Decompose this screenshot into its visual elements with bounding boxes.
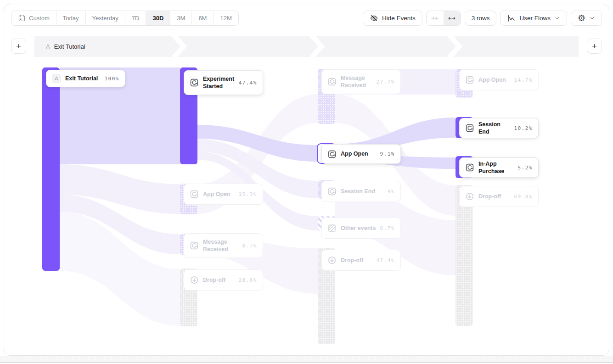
node-label: Experiment Started [203, 75, 234, 90]
node-percent: 47.4% [238, 80, 257, 86]
chevron-down-icon [554, 15, 560, 21]
node-label: Session End [478, 121, 510, 136]
node-label: Drop-off [478, 193, 510, 200]
date-range-30d[interactable]: 30D [146, 11, 170, 25]
flow-node-dropoff-step4[interactable]: Drop-off 69.8% [459, 186, 539, 207]
chevron-down-icon [589, 15, 595, 21]
flow-node-session-end-step4[interactable]: Session End 10.2% [459, 118, 539, 138]
node-label: Exit Tutorial [65, 75, 101, 82]
flow-node-dropoff-step3[interactable]: Drop-off 47.4% [321, 250, 401, 271]
view-selector-label: User Flows [519, 15, 551, 22]
hide-events-label: Hide Events [382, 15, 416, 22]
event-icon [465, 75, 474, 84]
flow-ribbons [0, 0, 613, 364]
date-range-label: Custom [29, 15, 50, 22]
add-step-right-button[interactable]: + [587, 39, 602, 54]
view-selector-button[interactable]: User Flows [500, 11, 567, 26]
date-range-group: Custom Today Yesterday 7D 30D 3M 6M 12M [11, 11, 239, 26]
event-icon [327, 77, 337, 86]
node-percent: 5.2% [518, 165, 533, 171]
event-icon [465, 163, 474, 172]
event-icon [465, 123, 474, 133]
eye-off-icon [370, 14, 378, 22]
flow-bar-exit-tutorial[interactable] [42, 67, 60, 271]
calendar-icon [18, 14, 26, 22]
date-range-3m[interactable]: 3M [170, 11, 192, 25]
dropoff-icon [190, 275, 199, 285]
arrows-in-icon [431, 14, 439, 22]
top-toolbar: Custom Today Yesterday 7D 30D 3M 6M 12M … [0, 0, 613, 33]
rows-button[interactable]: 3 rows [465, 11, 497, 26]
node-label: Other events [341, 224, 376, 232]
flow-node-app-open-step2[interactable]: App Open 15.3% [184, 184, 263, 205]
width-toggle-group [426, 11, 461, 26]
flow-node-experiment-started[interactable]: Experiment Started 47.4% [184, 70, 263, 95]
event-icon [190, 190, 199, 199]
node-label: Drop-off [341, 257, 372, 264]
node-percent: 9% [388, 189, 395, 195]
flow-node-dropoff-step2[interactable]: Drop-off 28.6% [184, 269, 263, 291]
node-percent: 28.6% [238, 277, 257, 283]
node-label: App Open [478, 76, 510, 84]
dropoff-icon [465, 192, 474, 201]
flow-node-app-open-step3[interactable]: App Open 9.1% [321, 144, 401, 164]
date-range-today[interactable]: Today [56, 11, 86, 25]
node-label: Drop-off [203, 276, 234, 284]
node-percent: 100% [105, 76, 120, 82]
expand-columns-button[interactable] [444, 11, 461, 25]
node-label: App Open [203, 190, 234, 198]
flow-node-exit-tutorial[interactable]: A Exit Tutorial 100% [46, 70, 125, 87]
date-range-12m[interactable]: 12M [214, 11, 238, 25]
node-label: Message Received [341, 74, 372, 90]
user-flows-icon [507, 14, 516, 22]
flow-node-message-received-step2[interactable]: Message Received 8.7% [184, 233, 263, 258]
collapse-columns-button[interactable] [427, 11, 444, 25]
event-icon [327, 187, 337, 196]
flow-node-in-app-purchase-step4[interactable]: In-App Purchase 5.2% [459, 157, 539, 178]
dropoff-icon [327, 256, 337, 265]
node-percent: 8.7% [242, 243, 258, 249]
node-percent: 10.2% [514, 125, 533, 131]
event-icon [327, 150, 337, 159]
flow-node-session-end-step3[interactable]: Session End 9% [321, 181, 401, 202]
gear-icon: ⚙ [578, 14, 585, 22]
date-range-custom[interactable]: Custom [11, 11, 56, 25]
node-percent: 6.7% [380, 225, 395, 231]
flow-node-other-events-step3[interactable]: Other events 6.7% [321, 218, 401, 239]
event-a-badge: A [52, 74, 61, 83]
arrows-out-icon [448, 14, 456, 22]
node-label: Message Received [203, 238, 238, 253]
node-percent: 47.4% [376, 258, 395, 263]
node-percent: 9.1% [380, 151, 395, 157]
node-label: In-App Purchase [478, 160, 514, 175]
event-icon [190, 78, 199, 87]
node-label: App Open [341, 150, 376, 157]
node-label: Session End [341, 188, 383, 195]
node-percent: 14.7% [514, 77, 533, 83]
date-range-7d[interactable]: 7D [125, 11, 146, 25]
node-percent: 27.7% [376, 79, 395, 85]
node-percent: 15.3% [238, 191, 257, 197]
toolbar-right-group: Hide Events 3 rows User Flows [363, 11, 602, 26]
node-percent: 69.8% [514, 194, 533, 200]
other-events-icon [327, 224, 337, 233]
flow-node-message-received-step3[interactable]: Message Received 27.7% [321, 69, 401, 94]
date-range-6m[interactable]: 6M [192, 11, 214, 25]
add-step-left-button[interactable]: + [11, 39, 26, 54]
flow-node-app-open-step4[interactable]: App Open 14.7% [459, 69, 539, 90]
hide-events-button[interactable]: Hide Events [363, 11, 422, 26]
date-range-yesterday[interactable]: Yesterday [86, 11, 125, 25]
settings-button[interactable]: ⚙ [571, 11, 602, 26]
event-icon [190, 241, 199, 250]
rows-label: 3 rows [472, 15, 490, 22]
